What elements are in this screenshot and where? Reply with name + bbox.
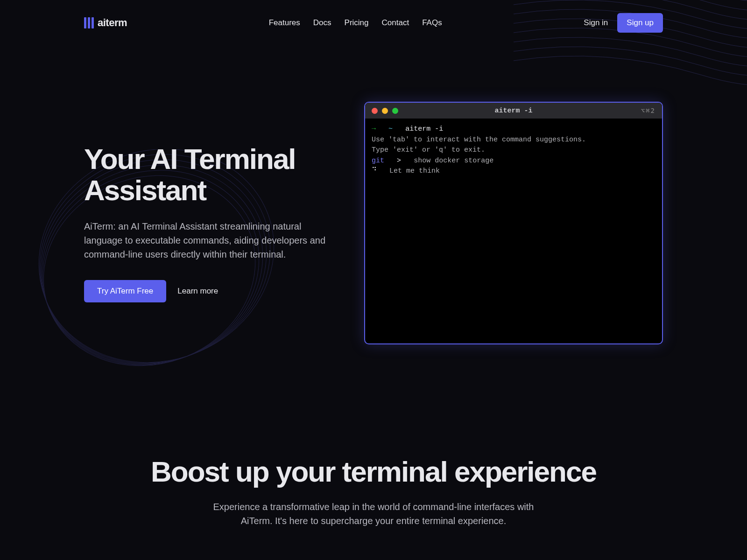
terminal-title: aiterm -i (494, 107, 532, 115)
spinner-icon: ⠙ (372, 167, 377, 175)
hero-title: Your AI Terminal Assistant (84, 144, 345, 206)
signup-button[interactable]: Sign up (617, 13, 663, 33)
try-free-button[interactable]: Try AiTerm Free (84, 280, 166, 302)
nav-features[interactable]: Features (269, 18, 300, 28)
signin-link[interactable]: Sign in (584, 18, 608, 28)
learn-more-link[interactable]: Learn more (177, 287, 218, 296)
minimize-icon (382, 108, 388, 114)
terminal-demo-window: aiterm -i ⌥⌘2 → ~ aiterm -i Use 'tab' to… (364, 102, 663, 344)
nav-contact[interactable]: Contact (382, 18, 409, 28)
terminal-input: show docker storage (414, 157, 493, 165)
git-prompt: git (372, 157, 384, 165)
terminal-body: → ~ aiterm -i Use 'tab' to interact with… (365, 119, 662, 182)
logo-text: aiterm (98, 17, 127, 29)
hero-copy: Your AI Terminal Assistant AiTerm: an AI… (84, 144, 345, 302)
hero-section: Your AI Terminal Assistant AiTerm: an AI… (0, 46, 747, 372)
terminal-cmd: aiterm -i (405, 125, 443, 133)
nav-pricing[interactable]: Pricing (345, 18, 369, 28)
prompt-caret: > (397, 157, 401, 165)
auth-actions: Sign in Sign up (584, 13, 663, 33)
terminal-titlebar: aiterm -i ⌥⌘2 (365, 103, 662, 119)
nav-docs[interactable]: Docs (313, 18, 331, 28)
terminal-line: git > show docker storage (372, 156, 655, 167)
prompt-tilde: ~ (388, 125, 393, 133)
maximize-icon (392, 108, 398, 114)
site-header: aiterm Features Docs Pricing Contact FAQ… (0, 0, 747, 46)
terminal-shortcut-icon: ⌥⌘2 (641, 107, 655, 114)
close-icon (372, 108, 378, 114)
main-nav: Features Docs Pricing Contact FAQs (269, 18, 442, 28)
terminal-line: Type 'exit' or 'q' to exit. (372, 145, 655, 156)
boost-section: Boost up your terminal experience Experi… (0, 372, 747, 546)
boost-title: Boost up your terminal experience (93, 456, 654, 488)
logo-icon (84, 17, 94, 28)
terminal-status: Let me think (389, 167, 440, 175)
traffic-lights-icon (372, 108, 398, 114)
terminal-line: Use 'tab' to interact with the command s… (372, 135, 655, 146)
hero-actions: Try AiTerm Free Learn more (84, 280, 345, 302)
terminal-line: ⠙ Let me think (372, 166, 655, 177)
hero-subtitle: AiTerm: an AI Terminal Assistant streaml… (84, 219, 327, 261)
boost-subtitle: Experience a transformative leap in the … (201, 500, 546, 528)
nav-faqs[interactable]: FAQs (422, 18, 442, 28)
prompt-arrow-icon: → (372, 125, 376, 133)
logo[interactable]: aiterm (84, 17, 127, 29)
terminal-line: → ~ aiterm -i (372, 124, 655, 135)
